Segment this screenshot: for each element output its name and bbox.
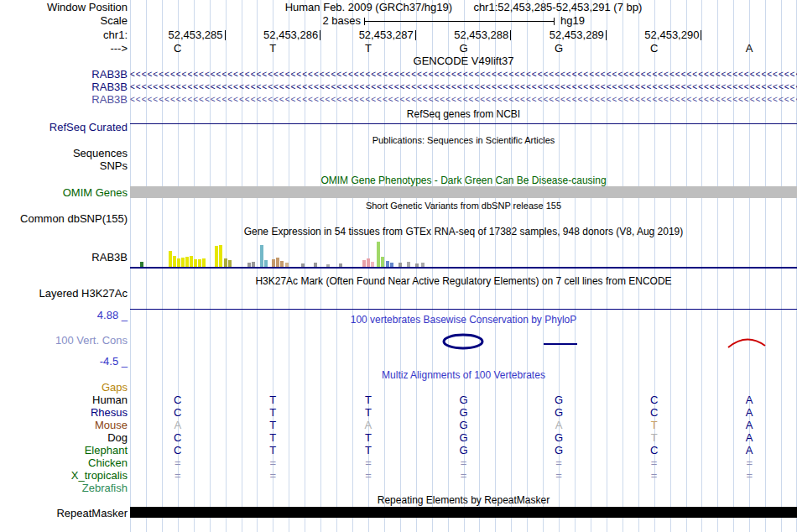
scale-value: 2 bases [322, 15, 361, 26]
phylop-glyph-right [728, 339, 765, 347]
track-label-gtex-gene[interactable]: RAB3B [0, 251, 128, 263]
gtex-expression-bar[interactable] [260, 245, 263, 267]
gtex-expression-bar[interactable] [169, 251, 172, 267]
gtex-expression-bar[interactable] [415, 263, 419, 267]
alignment-base: = [648, 469, 661, 482]
gtex-expression-bar[interactable] [285, 263, 289, 267]
gtex-expression-bar[interactable] [177, 258, 180, 267]
gtex-expression-bar[interactable] [314, 263, 317, 267]
alignment-base: T [648, 431, 661, 444]
gtex-expression-bar[interactable] [215, 246, 218, 267]
alignment-base: T [266, 444, 279, 456]
alignment-base: = [457, 469, 471, 482]
gencode-transcript-label[interactable]: RAB3B [0, 81, 128, 93]
gtex-expression-bar[interactable] [228, 260, 232, 267]
alignment-base: G [457, 431, 471, 444]
ruler-tick [606, 30, 607, 40]
alignment-base: A [171, 419, 185, 431]
gencode-transcript-label[interactable]: RAB3B [0, 93, 128, 106]
gtex-expression-bar[interactable] [173, 256, 176, 267]
gtex-expression-bar[interactable] [276, 258, 279, 267]
gtex-expression-bar[interactable] [185, 257, 189, 267]
phylop-max-value: 4.88 _ [0, 309, 128, 321]
gencode-transcript-line[interactable]: <<<<<<<<<<<<<<<<<<<<<<<<<<<<<<<<<<<<<<<<… [130, 93, 797, 106]
gtex-expression-bar[interactable] [407, 262, 410, 267]
alignment-base: G [457, 419, 471, 431]
alignment-base: T [266, 419, 279, 431]
track-label-layered-h3k27ac[interactable]: Layered H3K27Ac [0, 287, 128, 300]
ruler-tick [415, 30, 416, 40]
alignment-base: T [362, 431, 375, 444]
gtex-expression-bar[interactable] [390, 263, 393, 267]
track-label-refseq-curated[interactable]: RefSeq Curated [0, 121, 128, 133]
gtex-expression-bar[interactable] [264, 260, 268, 267]
omim-gene-bar[interactable] [130, 186, 797, 198]
alignment-base: = [362, 469, 375, 482]
track-label-sequences[interactable]: Sequences [0, 147, 128, 159]
multiz-species-label[interactable]: Dog [0, 431, 128, 444]
phylop-signal[interactable] [130, 326, 797, 359]
ruler-position-label: 52,453,286 [263, 29, 318, 40]
gtex-expression-bar[interactable] [377, 242, 380, 267]
gtex-expression-bar[interactable] [362, 260, 366, 267]
alignment-base: = [457, 456, 471, 469]
gtex-expression-bar[interactable] [202, 258, 206, 267]
h3k27ac-baseline [130, 309, 797, 310]
gencode-transcript-line[interactable]: <<<<<<<<<<<<<<<<<<<<<<<<<<<<<<<<<<<<<<<<… [130, 81, 797, 93]
gtex-expression-bar[interactable] [386, 261, 389, 267]
gtex-expression-bar[interactable] [371, 262, 374, 267]
label-chrom: chr1: [0, 29, 128, 41]
track-label-gaps[interactable]: Gaps [0, 381, 128, 394]
alignment-base: C [648, 406, 661, 419]
gtex-expression-bar[interactable] [252, 262, 255, 267]
refseq-gene-line[interactable] [130, 123, 797, 124]
gencode-track-title: GENCODE V49lift37 [130, 55, 797, 67]
multiz-species-label[interactable]: Mouse [0, 419, 128, 431]
track-label-omim-genes[interactable]: OMIM Genes [0, 186, 128, 199]
multiz-species-label[interactable]: Zebrafish [0, 482, 128, 494]
multiz-species-label[interactable]: Elephant [0, 444, 128, 456]
gtex-expression-bar[interactable] [272, 259, 275, 267]
multiz-species-label[interactable]: X_tropicalis [0, 469, 128, 482]
alignment-base: = [171, 456, 185, 469]
multiz-species-label[interactable]: Chicken [0, 456, 128, 469]
alignment-base: = [742, 456, 756, 469]
gtex-expression-bar[interactable] [190, 256, 193, 267]
gencode-transcript-line[interactable]: <<<<<<<<<<<<<<<<<<<<<<<<<<<<<<<<<<<<<<<<… [130, 68, 797, 81]
gtex-track-title: Gene Expression in 54 tissues from GTEx … [130, 226, 797, 237]
phylop-min-value: -4.5 _ [0, 355, 128, 368]
ruler-position-label: 52,453,290 [644, 29, 699, 40]
multiz-species-label[interactable]: Human [0, 394, 128, 406]
gtex-expression-bar[interactable] [326, 264, 330, 267]
gencode-transcript-label[interactable]: RAB3B [0, 68, 128, 81]
alignment-base: A [742, 394, 756, 406]
gtex-expression-bar[interactable] [301, 263, 305, 267]
ruler-position-label: 52,453,285 [169, 29, 223, 40]
gtex-expression-bar[interactable] [247, 263, 251, 267]
gtex-expression-bar[interactable] [367, 258, 370, 267]
gtex-expression-bar[interactable] [198, 259, 201, 267]
alignment-base: G [457, 406, 471, 419]
gtex-expression-bar[interactable] [224, 258, 227, 267]
omim-track-title: OMIM Gene Phenotypes - Dark Green Can Be… [130, 175, 797, 186]
multiz-species-label[interactable]: Rhesus [0, 406, 128, 419]
track-label-snps[interactable]: SNPs [0, 159, 128, 172]
alignment-base: A [362, 419, 375, 431]
track-label-100-vert-cons[interactable]: 100 Vert. Cons [0, 334, 128, 347]
alignment-base: G [552, 394, 565, 406]
gtex-expression-bar[interactable] [421, 263, 425, 267]
gtex-expression-bar[interactable] [194, 259, 197, 267]
gtex-expression-bar[interactable] [280, 261, 284, 267]
track-label-repeatmasker[interactable]: RepeatMasker [0, 507, 128, 519]
alignment-base: C [171, 406, 185, 419]
track-label-common-dbsnp[interactable]: Common dbSNP(155) [0, 212, 128, 225]
gtex-expression-bar[interactable] [381, 257, 384, 267]
gtex-expression-bar[interactable] [219, 245, 222, 267]
repeatmasker-bar[interactable] [130, 507, 797, 518]
gtex-expression-bar[interactable] [140, 262, 143, 267]
gtex-expression-bar[interactable] [398, 263, 402, 267]
gtex-expression-bar[interactable] [339, 263, 342, 267]
alignment-base: = [266, 469, 279, 482]
gtex-expression-bar[interactable] [181, 258, 185, 267]
alignment-base: A [742, 419, 756, 431]
